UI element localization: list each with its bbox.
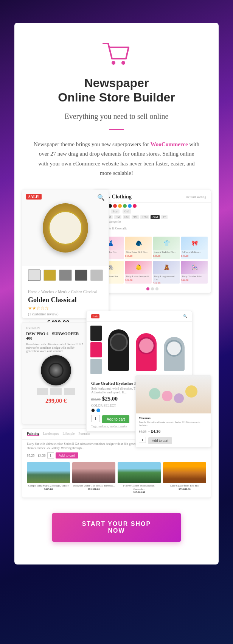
grid-item-price-4: $49.00	[181, 254, 208, 257]
speaker-image	[41, 355, 71, 385]
row1: SALE! 🔍 Home > Watches > Men's > Golden …	[14, 190, 219, 318]
food-brand: Macaron	[139, 416, 208, 420]
grid-item-8[interactable]: 🎠 Baby Toddler Print... $44.00	[181, 261, 208, 284]
fan-price-new: $25.00	[102, 396, 118, 402]
food-details: Macaron Family flat with ultimate contro…	[136, 413, 211, 447]
watch-thumb-3[interactable]	[59, 270, 71, 281]
watch-image-area: SALE! 🔍	[22, 190, 109, 266]
grid-item-4[interactable]: 🎀 6-Piece Multipa... $49.00	[181, 237, 208, 259]
fan-dark-model	[108, 329, 129, 371]
grid-item-7[interactable]: 🧸 Baby Long-sleeved Car... $19.99	[153, 261, 180, 284]
color-pink[interactable]	[133, 204, 137, 208]
size-3Y[interactable]: 3Y	[161, 215, 168, 219]
gallery-caption-3: Flower Garden and European, Garmsda...	[118, 484, 161, 491]
gender-girl[interactable]: Girl	[123, 209, 131, 214]
food-image	[136, 376, 211, 413]
sale-badge: SALE!	[26, 194, 42, 200]
color-green[interactable]	[123, 204, 127, 208]
gallery-caption-1: Campo Santa Maria Zobenigo, Venice	[27, 484, 70, 487]
speaker-title: DSW PRO 4 - SUBWOOFER 400	[26, 331, 86, 340]
fan-add-to-cart-button[interactable]: Add to cart	[102, 415, 129, 423]
grid-item-2[interactable]: 🧥 Giza Baby Girl Bla... $65.00	[125, 237, 152, 259]
fan-price-old: $33.00	[91, 398, 101, 401]
svg-point-0	[112, 61, 115, 65]
speaker-thumb-1[interactable]	[37, 388, 48, 395]
clothing-grid-card: Baby Clothing Default sorting Color Gend…	[94, 190, 211, 293]
gallery-qty[interactable]: 1	[47, 452, 54, 458]
fan-header: Sale 🔍	[87, 311, 192, 322]
dot-3[interactable]	[155, 287, 158, 290]
fan-thumbnails	[90, 326, 102, 374]
clothing-filter[interactable]: Default sorting	[186, 195, 206, 199]
food-qty[interactable]: 1	[139, 437, 146, 443]
divider	[109, 129, 124, 130]
cta-section: START YOUR SHOP NOW	[14, 498, 219, 546]
watch-thumb-4[interactable]	[75, 270, 87, 281]
gallery-item-4[interactable]: Lake Square from Red Hill $55,000.00	[163, 462, 206, 494]
size-filter: Size 0M 3M 6M 9M 12M 24M 3Y	[94, 215, 211, 220]
watch-thumb-5[interactable]	[90, 270, 103, 281]
grid-item-label-8: Baby Toddler Print...	[181, 274, 208, 279]
fan-thumb-blue[interactable]	[90, 359, 102, 374]
cart-icon	[101, 42, 132, 68]
gallery-item-2[interactable]: Delaware Water Gap Tobias, Barnsda... $9…	[72, 462, 115, 494]
color-option-blue[interactable]	[96, 409, 100, 412]
watch-thumb-1[interactable]	[28, 270, 40, 281]
search-icon[interactable]: 🔍	[97, 194, 105, 201]
color-orange[interactable]	[118, 204, 122, 208]
speaker-price: 299,00 €	[26, 398, 86, 404]
macaron-yellow	[185, 385, 197, 398]
color-red[interactable]	[113, 204, 117, 208]
grid-item-label-4: 6-Piece Multipa...	[181, 250, 208, 254]
gallery-cat-painting[interactable]: Painting	[27, 432, 39, 436]
gallery-cat-lifestyle[interactable]: Lifestyle	[63, 432, 75, 436]
food-desc: Family flat with ultimate control. Serie…	[139, 421, 208, 427]
product-name: Golden Classical	[28, 296, 103, 304]
dot-1[interactable]	[146, 287, 149, 290]
gender-boy[interactable]: Boy	[111, 209, 120, 214]
macaron-pink	[162, 391, 172, 401]
clothing-header: Baby Clothing Default sorting	[94, 190, 211, 203]
color-blue[interactable]	[128, 204, 132, 208]
gallery-img-2	[72, 462, 115, 483]
pagination-dots	[94, 285, 211, 293]
gallery-caption-2: Delaware Water Gap Tobias, Barnsda...	[72, 484, 115, 487]
macaron-lavender	[174, 393, 184, 403]
size-6M[interactable]: 6M	[123, 215, 130, 219]
gallery-caption-4: Lake Square from Red Hill	[163, 484, 206, 487]
fan-quantity[interactable]: 1	[91, 415, 100, 422]
grid-item-6[interactable]: 👶 Baby Letter Jumpsuit $22.00	[125, 261, 152, 284]
fan-thumb-pink[interactable]	[90, 342, 102, 357]
color-option-black[interactable]	[91, 409, 95, 412]
size-3M[interactable]: 3M	[114, 215, 121, 219]
grid-item-label-6: Baby Letter Jumpsuit	[125, 274, 152, 279]
gallery-cat-portraits[interactable]: Portraits	[79, 432, 90, 436]
size-24M[interactable]: 24M	[151, 215, 159, 219]
food-price-old: $5.25	[139, 430, 146, 433]
fan-search-icon[interactable]: 🔍	[183, 314, 187, 318]
grid-item-label-3: 4-pack Toddler Fle...	[153, 250, 180, 254]
fan-thumb-dark[interactable]	[90, 326, 102, 341]
watch-face	[48, 211, 82, 245]
watch-thumb-2[interactable]	[43, 270, 56, 281]
speaker-thumb-3[interactable]	[64, 388, 75, 395]
watch-product-card: SALE! 🔍 Home > Watches > Men's > Golden …	[22, 190, 109, 318]
gallery-cat-landscapes[interactable]: Landscapes	[43, 432, 59, 436]
screenshots-wrapper: SALE! 🔍 Home > Watches > Men's > Golden …	[14, 190, 219, 498]
fan-sale-badge: Sale	[91, 314, 99, 318]
subtitle: Everything you need to sell online	[30, 111, 203, 122]
grid-item-3[interactable]: 👕 4-pack Toddler Fle... $38.95	[153, 237, 180, 259]
speaker-desc: Bass driver with ultimate control. Serie…	[26, 343, 86, 353]
gallery-item-1[interactable]: Campo Santa Maria Zobenigo, Venice $425.…	[27, 462, 70, 494]
gallery-price-range: $5.25 – £4.36 1 Add to cart	[22, 452, 211, 460]
size-9M[interactable]: 9M	[132, 215, 139, 219]
speaker-inner	[48, 363, 64, 378]
start-shop-button[interactable]: START YOUR SHOP NOW	[52, 513, 181, 542]
gallery-item-3[interactable]: Flower Garden and European, Garmsda... $…	[118, 462, 161, 494]
dot-2[interactable]	[151, 287, 154, 290]
size-12M[interactable]: 12M	[140, 215, 149, 219]
gallery-add-button[interactable]: Add to cart	[56, 452, 78, 458]
woocommerce-highlight: WooCommerce	[151, 141, 188, 147]
speaker-thumb-2[interactable]	[50, 388, 62, 395]
food-add-button[interactable]: Add to cart	[148, 437, 172, 444]
